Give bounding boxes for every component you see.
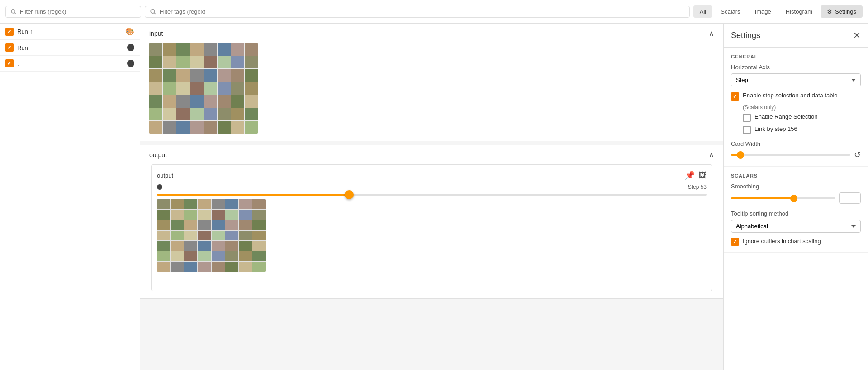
run1-checkbox[interactable]: ✓ xyxy=(5,43,14,52)
img-cell xyxy=(252,262,266,272)
img-cell xyxy=(157,262,170,272)
ignore-check-icon: ✓ xyxy=(733,239,737,245)
enable-step-checkbox[interactable]: ✓ xyxy=(731,92,739,101)
settings-button[interactable]: ⚙ Settings xyxy=(821,5,863,18)
img-cell xyxy=(239,220,252,230)
img-cell xyxy=(212,231,225,240)
img-cell xyxy=(225,241,238,251)
step-slider-thumb[interactable] xyxy=(345,190,354,199)
tab-histogram[interactable]: Histogram xyxy=(779,5,819,18)
img-cell xyxy=(245,69,258,82)
enable-range-checkbox[interactable] xyxy=(743,114,751,122)
img-cell xyxy=(171,251,184,261)
pin-icon[interactable]: 📌 xyxy=(685,170,695,180)
run2-checkmark: ✓ xyxy=(7,60,12,67)
filter-runs-input[interactable] xyxy=(20,8,136,15)
sidebar: ✓ Run ↑ 🎨 ✓ Run ✓ . xyxy=(0,24,140,370)
horizontal-axis-label: Horizontal Axis xyxy=(731,64,861,71)
input-section: input ∧ // Generate cells inline via a l… xyxy=(140,24,723,141)
svg-point-2 xyxy=(151,9,155,13)
link-step-checkbox[interactable] xyxy=(743,126,751,134)
sort-arrow-icon[interactable]: ↑ xyxy=(30,28,33,35)
img-cell xyxy=(184,210,197,220)
svg-line-1 xyxy=(14,13,16,14)
card-width-reset-icon[interactable]: ↺ xyxy=(854,150,861,160)
input-section-header[interactable]: input ∧ xyxy=(140,24,723,43)
img-cell xyxy=(149,82,162,95)
img-cell xyxy=(212,210,225,220)
input-section-title: input xyxy=(149,30,163,37)
card-width-thumb[interactable] xyxy=(737,151,744,159)
img-cell xyxy=(184,262,197,272)
output-section-header[interactable]: output ∧ xyxy=(140,145,723,164)
link-step-label: Link by step 156 xyxy=(754,125,797,133)
img-cell xyxy=(163,43,176,56)
img-cell xyxy=(204,108,217,121)
img-cell xyxy=(149,43,162,56)
output-card: output 📌 🖼 Step 53 xyxy=(151,164,712,291)
tooltip-sort-dropdown[interactable]: Alphabetical Ascending Descending Defaul… xyxy=(731,220,861,233)
run1-color-dot xyxy=(127,44,134,51)
img-cell xyxy=(190,95,203,108)
img-cell xyxy=(252,199,266,209)
tab-image[interactable]: Image xyxy=(749,5,778,18)
img-cell xyxy=(163,82,176,95)
img-cell xyxy=(225,210,238,220)
img-cell xyxy=(198,241,211,251)
tab-scalars[interactable]: Scalars xyxy=(714,5,746,18)
search-tags-icon xyxy=(150,8,157,15)
img-cell xyxy=(163,108,176,121)
filter-tags-input[interactable] xyxy=(160,8,685,15)
img-cell xyxy=(252,251,266,261)
img-cell xyxy=(252,220,266,230)
img-cell xyxy=(176,121,190,134)
run-item-1[interactable]: ✓ Run xyxy=(0,40,140,56)
img-cell xyxy=(239,210,252,220)
img-cell xyxy=(190,108,203,121)
output-collapse-icon[interactable]: ∧ xyxy=(709,150,714,159)
img-cell xyxy=(212,220,225,230)
img-cell xyxy=(157,220,170,230)
img-cell xyxy=(239,251,252,261)
img-cell xyxy=(190,121,203,134)
smoothing-input[interactable]: 0.6 xyxy=(839,192,861,204)
img-cell xyxy=(176,69,190,82)
img-cell xyxy=(218,82,231,95)
checkmark-icon: ✓ xyxy=(7,29,12,35)
horizontal-axis-dropdown[interactable]: Step Relative Wall xyxy=(731,73,861,86)
svg-point-0 xyxy=(11,9,15,13)
img-cell xyxy=(149,95,162,108)
img-cell xyxy=(245,108,258,121)
img-cell xyxy=(190,56,203,69)
smoothing-row: 0.6 xyxy=(731,192,861,204)
img-cell xyxy=(239,241,252,251)
img-cell xyxy=(198,231,211,240)
enable-range-row: Enable Range Selection xyxy=(743,113,861,122)
run2-checkbox[interactable]: ✓ xyxy=(5,59,14,67)
img-cell xyxy=(157,241,170,251)
run-header-checkbox[interactable]: ✓ xyxy=(5,28,14,36)
tab-all[interactable]: All xyxy=(693,5,712,18)
img-cell xyxy=(218,121,231,134)
img-cell xyxy=(184,241,197,251)
filter-tags-container xyxy=(145,6,690,18)
img-cell xyxy=(204,95,217,108)
run-item-2[interactable]: ✓ . xyxy=(0,56,140,72)
img-cell xyxy=(218,56,231,69)
card-width-label: Card Width xyxy=(731,140,861,147)
img-cell xyxy=(163,95,176,108)
img-cell xyxy=(231,69,244,82)
close-settings-button[interactable]: ✕ xyxy=(853,30,861,41)
topbar: All Scalars Image Histogram ⚙ Settings xyxy=(0,0,868,24)
smoothing-thumb[interactable] xyxy=(790,195,797,202)
ignore-outliers-checkbox[interactable]: ✓ xyxy=(731,238,739,246)
general-section-title: GENERAL xyxy=(731,54,861,59)
img-cell xyxy=(198,262,211,272)
settings-panel: Settings ✕ GENERAL Horizontal Axis Step … xyxy=(723,24,868,370)
input-collapse-icon[interactable]: ∧ xyxy=(709,29,714,38)
run2-label: . xyxy=(17,60,123,67)
palette-icon[interactable]: 🎨 xyxy=(125,28,134,35)
img-cell xyxy=(176,43,190,56)
image-download-icon[interactable]: 🖼 xyxy=(698,171,707,180)
step-slider-container xyxy=(157,194,707,196)
